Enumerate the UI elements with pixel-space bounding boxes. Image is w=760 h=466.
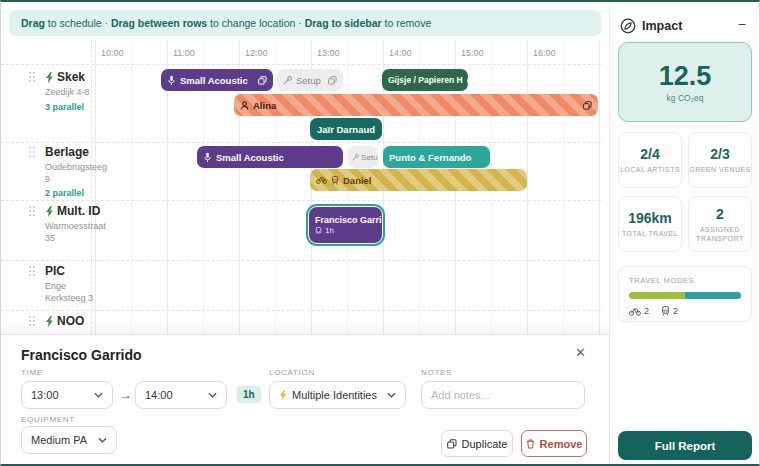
venue-address: Zeedijk 4-8 — [45, 86, 103, 98]
event-small-acoustic[interactable]: Small Acoustic — [197, 146, 343, 168]
impact-header: Impact — [620, 18, 682, 34]
end-time-select[interactable]: 14:00 — [135, 381, 227, 409]
duplicate-icon[interactable] — [467, 76, 468, 84]
duplicate-icon[interactable] — [583, 101, 592, 110]
time-tick: 15:00 — [461, 48, 484, 58]
venue-address: Oudebrugsteeg 9 — [45, 161, 103, 185]
notes-input[interactable] — [421, 381, 585, 409]
microphone-icon — [167, 75, 176, 86]
transit-count: 2 — [661, 306, 678, 316]
row-separator — [1, 142, 601, 143]
event-jair-darnaud[interactable]: Jaïr Darnaud — [310, 118, 382, 140]
travel-modes-bar — [629, 292, 741, 299]
transit-icon — [661, 306, 670, 316]
remove-button[interactable]: Remove — [521, 430, 587, 457]
event-setup[interactable]: Setup — [277, 69, 343, 91]
green-energy-icon — [45, 316, 54, 327]
venue-parallel-badge: 2 parallel — [45, 188, 84, 198]
duration-badge: 1h — [237, 386, 261, 403]
row-separator — [1, 200, 601, 201]
equipment-select[interactable]: Medium PA — [21, 426, 117, 454]
lightning-icon — [279, 390, 287, 400]
hint-bold-3: Drag to sidebar — [305, 17, 382, 29]
green-energy-icon — [45, 72, 54, 83]
time-tick: 12:00 — [245, 48, 268, 58]
hint-banner: Drag to schedule · Drag between rows to … — [9, 10, 601, 36]
venue-name[interactable]: NOO — [45, 314, 84, 328]
collapse-icon[interactable]: − — [738, 16, 746, 32]
impact-panel: Impact − 12.5 kg CO₂eq 2/4 LOCAL ARTISTS… — [609, 2, 760, 464]
chevron-down-icon — [98, 437, 107, 443]
start-time-select[interactable]: 13:00 — [21, 381, 113, 409]
event-duration: 1h — [315, 226, 334, 235]
location-select[interactable]: Multiple Identities — [269, 381, 406, 409]
transit-icon — [315, 227, 322, 235]
transit-bar-segment — [685, 292, 741, 299]
bike-icon — [316, 176, 327, 184]
stat-assigned-transport: 2 ASSIGNED TRANSPORT — [688, 196, 752, 252]
venue-address: Warmoesstraat 35 — [45, 220, 103, 244]
venue-address: Enge Kerksteeg 3 — [45, 280, 103, 304]
event-gijsje-papieren[interactable]: Gijsje / Papieren H — [382, 69, 468, 91]
microphone-icon — [203, 152, 212, 163]
drag-handle-icon[interactable] — [29, 206, 36, 217]
travel-modes-label: TRAVEL MODES — [629, 276, 741, 285]
chevron-down-icon — [208, 392, 217, 398]
time-label: TIME — [21, 368, 43, 377]
trash-icon — [526, 439, 535, 449]
drag-handle-icon[interactable] — [29, 316, 36, 327]
bike-icon — [629, 307, 641, 316]
notes-label: NOTES — [421, 368, 452, 377]
stat-total-travel: 196km TOTAL TRAVEL — [618, 196, 682, 252]
duplicate-icon[interactable] — [258, 76, 267, 85]
hint-bold-1: Drag — [21, 17, 45, 29]
stat-green-venues: 2/3 GREEN VENUES — [688, 132, 752, 188]
event-small-acoustic[interactable]: Small Acoustic — [161, 69, 273, 91]
co2-value: 12.5 — [659, 62, 712, 90]
impact-title: Impact — [642, 19, 682, 33]
drag-handle-icon[interactable] — [29, 72, 36, 83]
location-label: LOCATION — [269, 368, 315, 377]
venue-parallel-badge: 3 parallel — [45, 102, 84, 112]
event-setup[interactable]: Setup — [348, 146, 378, 168]
app-window: Drag to schedule · Drag between rows to … — [0, 0, 760, 466]
time-tick: 10:00 — [101, 48, 124, 58]
row-separator — [1, 64, 601, 65]
wrench-icon — [352, 154, 359, 161]
leaf-icon — [620, 18, 636, 34]
event-francisco-garrido-selected[interactable]: Francisco Garri 1h — [309, 207, 382, 243]
row-separator — [1, 260, 601, 261]
hint-bold-2: Drag between rows — [111, 17, 207, 29]
venue-name[interactable]: Berlage — [45, 145, 89, 159]
close-icon[interactable]: ✕ — [575, 345, 586, 360]
time-tick: 11:00 — [173, 48, 195, 58]
event-alina[interactable]: Alina — [234, 94, 598, 116]
time-tick: 14:00 — [389, 48, 412, 58]
drag-handle-icon[interactable] — [29, 266, 36, 277]
editor-title: Francisco Garrido — [21, 347, 142, 363]
time-tick: 16:00 — [533, 48, 556, 58]
chevron-down-icon — [387, 392, 396, 398]
equipment-label: EQUIPMENT — [21, 415, 75, 424]
green-energy-icon — [45, 206, 54, 217]
duplicate-button[interactable]: Duplicate — [441, 430, 513, 457]
drag-handle-icon[interactable] — [29, 147, 36, 158]
full-report-button[interactable]: Full Report — [618, 431, 752, 460]
copy-icon — [447, 439, 457, 449]
chevron-down-icon — [94, 392, 103, 398]
time-tick: 13:00 — [317, 48, 340, 58]
travel-modes-card: TRAVEL MODES 2 2 — [618, 266, 752, 322]
bike-bar-segment — [629, 292, 685, 299]
venue-name[interactable]: Mult. ID — [45, 204, 100, 218]
row-separator — [1, 310, 601, 311]
arrow-right-icon: → — [120, 388, 132, 402]
duplicate-icon[interactable] — [328, 76, 337, 85]
event-daniel[interactable]: Daniel — [310, 169, 527, 191]
co2-unit: kg CO₂eq — [667, 93, 704, 103]
venue-name[interactable]: Skek — [45, 70, 85, 84]
co2-total-card: 12.5 kg CO₂eq — [618, 42, 752, 122]
venue-name[interactable]: PIC — [45, 264, 65, 278]
wrench-icon — [283, 76, 292, 85]
bike-count: 2 — [629, 306, 649, 316]
event-punto-fernando[interactable]: Punto & Fernando — [383, 146, 490, 168]
